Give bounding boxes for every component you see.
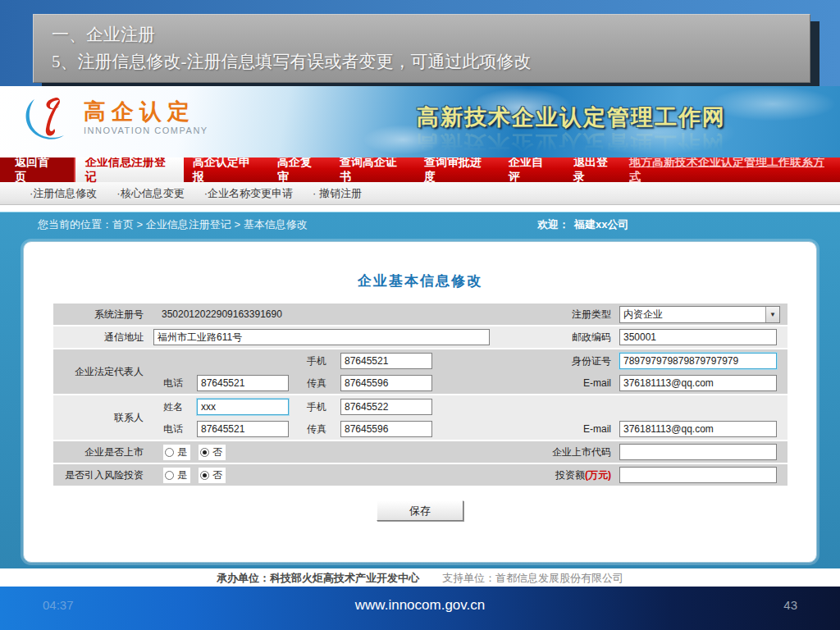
table-row: 系统注册号 3502012022909163391690 注册类型 内资企业 ▼ (53, 304, 788, 326)
nav-home[interactable]: 返回首页 (0, 158, 75, 182)
banner-title-reflection: 高新技术企业认定管理工作网 (417, 129, 726, 158)
legal-email-input[interactable] (619, 375, 777, 391)
address-input[interactable] (153, 329, 490, 345)
subnav-cancel-registration[interactable]: · 撤销注册 (313, 186, 362, 201)
table-row: 企业是否上市 是 否 企业上市代码 (53, 441, 788, 464)
slide-title-line2: 5、注册信息修改-注册信息填写有误或者变更，可通过此项修改 (52, 48, 792, 75)
logo-cn-text: 高企认定 (84, 99, 208, 124)
contact-name-input[interactable] (197, 399, 289, 415)
legal-phone-label: 电话 (152, 372, 197, 395)
subnav-core-info-change[interactable]: ·核心信息变更 (116, 186, 184, 201)
legal-id-label: 身份证号 (525, 349, 619, 372)
reg-type-selected-value: 内资企业 (620, 308, 765, 322)
radio-yes-label: 是 (177, 445, 187, 459)
legal-phone-input[interactable] (197, 375, 289, 391)
save-button[interactable]: 保存 (377, 500, 463, 521)
legal-rep-label: 企业法定代表人 (53, 349, 152, 395)
invest-label: 投资额(万元) (525, 464, 619, 487)
reg-type-select[interactable]: 内资企业 ▼ (619, 306, 780, 323)
radio-unchecked-icon[interactable] (165, 448, 174, 457)
company-name: 福建xx公司 (574, 218, 628, 231)
content-area: 您当前的位置：首页 > 企业信息注册登记 > 基本信息修改 欢迎：福建xx公司 … (0, 212, 840, 568)
presentation-slide: 一、企业注册 5、注册信息修改-注册信息填写有误或者变更，可通过此项修改 高企认… (0, 0, 840, 630)
site-logo: 高企认定 INNOVATION COMPANY (23, 93, 208, 147)
nav-logout[interactable]: 退出登录 (562, 158, 629, 182)
subnav-name-change-request[interactable]: ·企业名称变更申请 (204, 186, 293, 201)
listed-label: 企业是否上市 (53, 441, 152, 464)
legal-mobile-label: 手机 (295, 349, 340, 372)
radio-unchecked-icon[interactable] (165, 471, 174, 480)
zip-label: 邮政编码 (525, 326, 619, 349)
nav-progress-query[interactable]: 查询审批进度 (415, 158, 500, 182)
chevron-down-icon[interactable]: ▼ (765, 307, 779, 322)
table-row: 电话 传真 E-mail (53, 372, 788, 395)
table-row: 是否引入风险投资 是 否 投资额(万元) (53, 464, 788, 487)
table-row: 电话 传真 E-mail (53, 418, 788, 441)
listed-radio-yes[interactable]: 是 (163, 445, 190, 460)
slide-page-number: 43 (783, 598, 797, 612)
venture-radio-no[interactable]: 否 (199, 468, 226, 483)
main-nav: 返回首页 企业信息注册登记 高企认定申报 高企复审 查询高企证书 查询审批进度 … (0, 158, 840, 182)
invest-input[interactable] (619, 467, 777, 483)
legal-fax-input[interactable] (340, 375, 432, 391)
welcome-message: 欢迎：福建xx公司 (537, 217, 628, 232)
table-row: 联系人 姓名 手机 (53, 395, 788, 418)
invest-unit-label: (万元) (585, 469, 611, 481)
logo-text: 高企认定 INNOVATION COMPANY (84, 99, 208, 137)
contact-email-input[interactable] (619, 421, 777, 437)
listed-radio-group: 是 否 (152, 445, 525, 460)
reg-type-label: 注册类型 (525, 304, 619, 326)
radio-yes-label: 是 (177, 468, 187, 482)
legal-id-input[interactable] (619, 353, 777, 369)
listed-radio-no[interactable]: 否 (199, 445, 226, 460)
form-title: 企业基本信息修改 (24, 242, 816, 290)
radio-checked-icon[interactable] (200, 448, 209, 457)
subnav-modify-registration[interactable]: ·注册信息修改 (30, 186, 97, 201)
slide-timestamp: 04:37 (43, 598, 74, 612)
contact-mobile-label: 手机 (295, 395, 340, 418)
venture-label: 是否引入风险投资 (53, 464, 152, 487)
contact-fax-input[interactable] (340, 421, 432, 437)
table-row: 企业法定代表人 手机 身份证号 (53, 349, 788, 372)
slide-title-line1: 一、企业注册 (52, 21, 792, 48)
radio-checked-icon[interactable] (200, 471, 209, 480)
contact-phone-label: 电话 (152, 418, 197, 441)
contact-email-label: E-mail (525, 418, 619, 441)
slide-bottom-bar: 04:37 www.innocom.gov.cn 43 (0, 587, 840, 630)
contact-phone-input[interactable] (197, 421, 289, 437)
listed-code-label: 企业上市代码 (525, 441, 619, 464)
legal-mobile-input[interactable] (340, 353, 432, 369)
breadcrumb: 您当前的位置：首页 > 企业信息注册登记 > 基本信息修改 (38, 217, 308, 232)
slide-footer-url: www.innocom.gov.cn (0, 597, 840, 614)
nav-registration-active[interactable]: 企业信息注册登记 (75, 158, 184, 182)
venture-radio-yes[interactable]: 是 (163, 468, 190, 483)
nav-certificate-query[interactable]: 查询高企证书 (331, 158, 415, 182)
contact-label: 联系人 (53, 395, 152, 441)
logo-en-text: INNOVATION COMPANY (84, 124, 208, 137)
address-label: 通信地址 (53, 326, 152, 349)
registration-form-table: 系统注册号 3502012022909163391690 注册类型 内资企业 ▼ (53, 304, 788, 487)
organizer-text: 承办单位：科技部火炬高技术产业开发中心 (217, 571, 419, 586)
site-header-banner: 高企认定 INNOVATION COMPANY 高新技术企业认定管理工作网 高新… (0, 86, 840, 158)
sys-reg-label: 系统注册号 (53, 304, 152, 326)
nav-local-contact-link[interactable]: 地方高新技术企业认定管理工作联系方式 (629, 158, 829, 182)
welcome-label: 欢迎： (537, 218, 569, 231)
nav-self-evaluation[interactable]: 企业自评 (500, 158, 562, 182)
sub-nav: ·注册信息修改 ·核心信息变更 ·企业名称变更申请 · 撤销注册 (0, 182, 840, 205)
listed-code-input[interactable] (619, 444, 777, 460)
breadcrumb-bar: 您当前的位置：首页 > 企业信息注册登记 > 基本信息修改 欢迎：福建xx公司 (0, 212, 840, 237)
venture-radio-group: 是 否 (152, 468, 525, 483)
contact-mobile-input[interactable] (340, 399, 432, 415)
supporter-text: 支持单位：首都信息发展股份有限公司 (442, 571, 623, 586)
banner-title: 高新技术企业认定管理工作网 (417, 103, 726, 132)
nav-declare[interactable]: 高企认定申报 (184, 158, 268, 182)
website-screenshot: 高企认定 INNOVATION COMPANY 高新技术企业认定管理工作网 高新… (0, 86, 840, 587)
radio-no-label: 否 (212, 468, 222, 482)
slide-title-box: 一、企业注册 5、注册信息修改-注册信息填写有误或者变更，可通过此项修改 (33, 14, 810, 83)
contact-name-label: 姓名 (152, 395, 197, 418)
legal-email-label: E-mail (525, 372, 619, 395)
zip-input[interactable] (619, 329, 777, 345)
divider (0, 205, 840, 212)
logo-swoosh-icon (23, 93, 80, 147)
nav-review[interactable]: 高企复审 (268, 158, 331, 182)
